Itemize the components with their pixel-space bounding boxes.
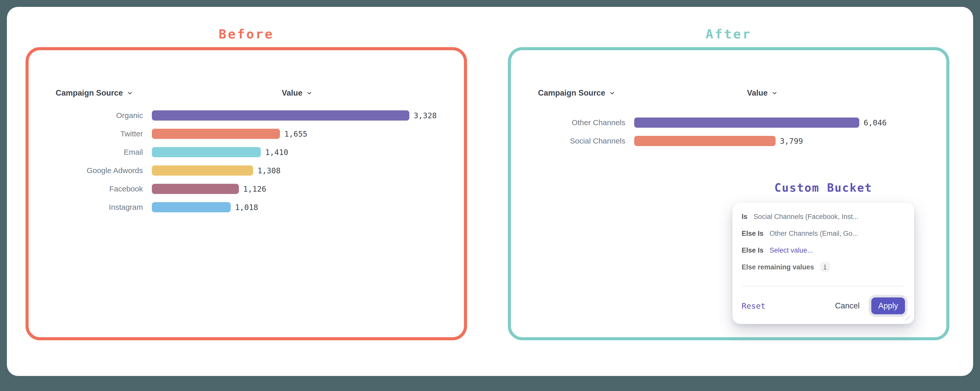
bucket-rules-list: IsSocial Channels (Facebook, Inst...Else…: [732, 203, 914, 271]
bar-row: Instagram1,018: [29, 198, 464, 217]
after-title: After: [508, 25, 950, 43]
rule-value-text[interactable]: Social Channels (Facebook, Inst...: [754, 213, 859, 221]
bucket-rule-row: Else IsSelect value...: [741, 247, 905, 254]
bucket-rule-row: Else IsOther Channels (Email, Go...: [741, 230, 905, 237]
bar-value-label: 3,328: [414, 111, 437, 120]
rule-condition-label: Else Is: [741, 230, 764, 237]
bar-row: Social Channels3,799: [511, 132, 946, 150]
before-chart: Campaign Source Value Organic3,328Twitte…: [29, 50, 464, 337]
bar[interactable]: [152, 202, 231, 212]
column-header-campaign-source[interactable]: Campaign Source: [56, 89, 133, 98]
bar-row: Other Channels6,046: [511, 114, 946, 132]
column-header-label: Campaign Source: [538, 89, 605, 98]
info-icon[interactable]: i: [820, 262, 830, 272]
category-label: Other Channels: [511, 118, 625, 127]
column-header-label: Value: [282, 89, 302, 98]
chevron-down-icon[interactable]: [306, 90, 312, 96]
cancel-button[interactable]: Cancel: [835, 301, 860, 310]
bar-value-label: 1,410: [265, 148, 288, 157]
chevron-down-icon[interactable]: [772, 90, 778, 96]
bar-rows: Other Channels6,046Social Channels3,799: [511, 114, 946, 150]
select-value-link[interactable]: Select value...: [770, 247, 813, 254]
rule-condition-label: Else remaining values: [741, 263, 814, 271]
before-panel: Campaign Source Value Organic3,328Twitte…: [25, 47, 467, 340]
bar[interactable]: [634, 136, 776, 146]
category-label: Email: [29, 148, 143, 157]
before-title: Before: [25, 25, 467, 43]
bar-row: Organic3,328: [29, 106, 464, 125]
chevron-down-icon[interactable]: [609, 90, 615, 96]
column-header-label: Value: [747, 89, 768, 98]
bar-rows: Organic3,328Twitter1,655Email1,410Google…: [29, 106, 464, 217]
resize-handle-icon[interactable]: [905, 315, 910, 320]
bucket-rule-row: Else remaining valuesi: [741, 263, 905, 271]
bar-value-label: 1,308: [258, 166, 280, 175]
after-panel: Campaign Source Value Other Channels6,04…: [508, 47, 950, 340]
column-header-label: Campaign Source: [56, 89, 123, 98]
category-label: Twitter: [29, 130, 143, 138]
reset-button[interactable]: Reset: [741, 301, 765, 310]
category-label: Instagram: [29, 203, 143, 212]
bar[interactable]: [634, 117, 859, 128]
category-label: Social Channels: [511, 137, 625, 145]
main-card: Before After Campaign Source Value Organ…: [7, 7, 973, 376]
bar-row: Email1,410: [29, 143, 464, 161]
column-header-campaign-source[interactable]: Campaign Source: [538, 89, 615, 98]
rule-condition-label: Else Is: [741, 247, 764, 254]
popup-divider: [741, 286, 905, 287]
bar[interactable]: [152, 110, 409, 120]
bar[interactable]: [152, 129, 280, 139]
category-label: Facebook: [29, 185, 143, 193]
bar-row: Google Adwords1,308: [29, 161, 464, 180]
column-header-value[interactable]: Value: [282, 89, 312, 98]
bar-row: Twitter1,655: [29, 125, 464, 143]
bar-value-label: 1,655: [284, 130, 307, 138]
bar-value-label: 6,046: [864, 118, 886, 127]
bar-value-label: 1,126: [243, 185, 266, 193]
chevron-down-icon[interactable]: [127, 90, 133, 96]
column-header-value[interactable]: Value: [747, 89, 778, 98]
popup-footer: Reset Cancel Apply: [741, 298, 905, 314]
custom-bucket-popup: IsSocial Channels (Facebook, Inst...Else…: [732, 203, 914, 324]
bucket-rule-row: IsSocial Channels (Facebook, Inst...: [741, 213, 905, 220]
apply-button[interactable]: Apply: [871, 298, 905, 314]
bar[interactable]: [152, 147, 261, 157]
category-label: Google Adwords: [29, 166, 143, 175]
rule-condition-label: Is: [741, 213, 748, 221]
category-label: Organic: [29, 111, 143, 120]
bar[interactable]: [152, 165, 253, 176]
bar[interactable]: [152, 184, 239, 194]
bar-value-label: 1,018: [235, 203, 258, 212]
bar-row: Facebook1,126: [29, 180, 464, 198]
bar-value-label: 3,799: [780, 137, 803, 146]
custom-bucket-title: Custom Bucket: [732, 181, 914, 194]
rule-value-text[interactable]: Other Channels (Email, Go...: [770, 230, 858, 237]
